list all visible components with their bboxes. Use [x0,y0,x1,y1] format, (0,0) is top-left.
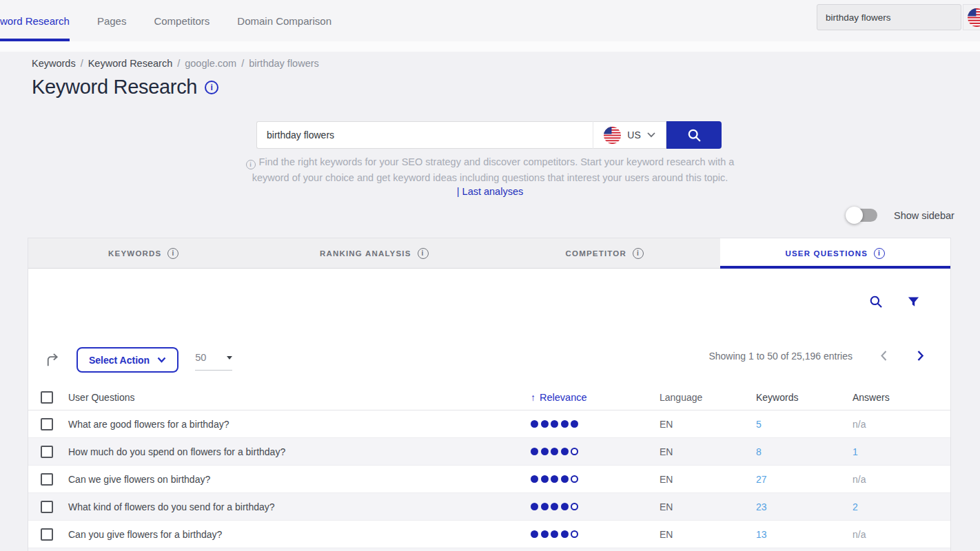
description-line-2: keyword of your choice and get keyword i… [252,172,728,183]
export-button[interactable] [44,352,60,368]
next-page-button[interactable] [915,349,926,363]
tab-bar: KEYWORDS RANKING ANALYSIS COMPETITOR USE… [28,238,950,269]
answers-value[interactable]: 2 [853,501,858,512]
select-all-checkbox[interactable] [41,391,53,404]
relevance-dots [525,475,656,483]
description-line-1: Find the right keywords for your SEO str… [259,156,735,167]
tab-label: KEYWORDS [108,249,161,258]
select-action-dropdown[interactable]: Select Action [76,347,178,373]
keywords-count-link[interactable]: 8 [756,446,762,457]
row-checkbox[interactable] [41,528,53,541]
chevron-down-icon [647,132,655,138]
table-row[interactable]: How much do you spend on flowers for a b… [28,438,950,466]
us-flag-icon [968,8,980,27]
show-sidebar-toggle[interactable] [847,209,877,222]
relevance-dot-filled [561,503,569,510]
top-navigation-bar: word Research Pages Competitors Domain C… [0,0,980,41]
column-relevance[interactable]: Relevance [531,392,587,403]
last-analyses-link[interactable]: | Last analyses [0,186,980,197]
relevance-dot-filled [551,530,558,538]
tab-competitor[interactable]: COMPETITOR [489,238,720,268]
breadcrumb-keyword-research[interactable]: Keyword Research [88,58,173,69]
row-checkbox[interactable] [41,501,53,513]
info-icon[interactable] [205,81,218,94]
page-size-select[interactable]: 50 [195,350,232,371]
language-value: EN [656,419,753,430]
language-value: EN [656,474,753,485]
table-row-partial [28,548,950,551]
info-icon[interactable] [874,248,885,259]
table-search-button[interactable] [869,295,884,309]
row-checkbox[interactable] [41,473,53,486]
info-icon[interactable] [167,248,178,259]
tab-label: USER QUESTIONS [785,249,868,258]
tab-keywords[interactable]: KEYWORDS [28,238,259,268]
search-button[interactable] [666,121,722,149]
keywords-count-link[interactable]: 23 [756,501,767,512]
keywords-count-link[interactable]: 13 [756,529,767,540]
table-row[interactable]: What kind of flowers do you send for a b… [28,493,950,521]
keyword-search-bar: US [256,121,722,149]
info-icon[interactable] [633,248,644,259]
relevance-dot-filled [531,420,538,428]
relevance-dot-filled [541,503,549,510]
tab-ranking-analysis[interactable]: RANKING ANALYSIS [259,238,490,268]
breadcrumb: Keywords / Keyword Research / google.com… [32,58,319,69]
nav-item-competitors[interactable]: Competitors [154,0,210,41]
country-selector[interactable]: US [593,121,666,149]
relevance-dot-filled [561,448,569,455]
quick-search-country-button[interactable] [963,4,980,30]
table-filter-button[interactable] [907,295,920,309]
column-answers: Answers [849,392,950,403]
search-icon [869,295,884,309]
keywords-count-link[interactable]: 27 [756,474,767,485]
relevance-dot-filled [531,448,538,455]
export-arrow-icon [44,352,60,368]
caret-down-icon [227,356,232,360]
header-divider-strip [0,41,980,52]
chevron-down-icon [157,357,166,363]
row-checkbox[interactable] [41,446,53,458]
nav-item-pages[interactable]: Pages [97,0,127,41]
keyword-search-input[interactable] [256,121,593,149]
relevance-dot-filled [531,503,538,510]
chevron-left-icon [880,350,888,362]
relevance-dot-filled [541,420,549,428]
column-user-questions: User Questions [68,392,525,403]
breadcrumb-separator: / [81,58,83,69]
table-row[interactable]: Can you give flowers for a birthday? EN … [28,521,950,548]
relevance-dot-filled [541,530,549,538]
relevance-dots [525,420,656,428]
user-question-text: What are good flowers for a birthday? [68,419,525,430]
breadcrumb-separator: / [241,58,244,69]
relevance-dot-hollow [571,448,578,455]
info-icon[interactable] [418,248,429,259]
filter-icon [907,295,920,309]
answers-value[interactable]: 1 [853,446,858,457]
relevance-dot-hollow [571,530,578,538]
tab-user-questions[interactable]: USER QUESTIONS [720,238,951,268]
select-action-label: Select Action [89,355,150,366]
answers-value: n/a [853,529,866,540]
breadcrumb-keywords[interactable]: Keywords [32,58,76,69]
language-value: EN [656,501,753,512]
page-size-value: 50 [195,352,206,363]
nav-item-domain-comparison[interactable]: Domain Comparison [237,0,331,41]
nav-item-keyword-research[interactable]: word Research [0,0,70,41]
keywords-count-link[interactable]: 5 [756,419,762,430]
table-row[interactable]: What are good flowers for a birthday? EN… [28,410,950,438]
quick-search-input[interactable] [817,4,961,30]
breadcrumb-domain[interactable]: google.com [185,58,236,69]
page-title: Keyword Research [32,76,197,98]
row-checkbox[interactable] [41,418,53,430]
sort-ascending-icon [531,392,535,403]
relevance-dots [525,503,656,510]
relevance-dot-filled [541,448,549,455]
table-row[interactable]: Can we give flowers on birthday? EN 27 n… [28,466,950,493]
relevance-dots [525,530,656,538]
previous-page-button[interactable] [879,349,889,363]
show-sidebar-label: Show sidebar [894,210,955,221]
relevance-dot-filled [541,475,549,483]
country-code-label: US [627,129,640,141]
relevance-dot-filled [551,448,558,455]
